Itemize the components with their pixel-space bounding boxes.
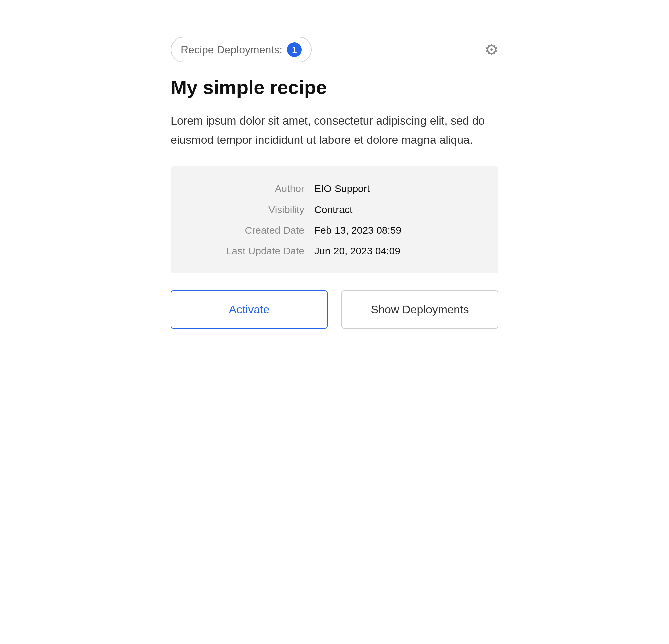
created-row: Created Date Feb 13, 2023 08:59 <box>191 225 478 236</box>
recipe-description: Lorem ipsum dolor sit amet, consectetur … <box>171 111 498 150</box>
show-deployments-button[interactable]: Show Deployments <box>341 290 498 329</box>
author-value: EIO Support <box>314 183 370 195</box>
deployments-label: Recipe Deployments: <box>181 43 282 56</box>
recipe-card: Recipe Deployments: 1 ⚙ My simple recipe… <box>151 20 518 346</box>
visibility-label: Visibility <box>191 204 304 215</box>
author-label: Author <box>191 183 304 195</box>
activate-button[interactable]: Activate <box>171 290 328 329</box>
updated-label: Last Update Date <box>191 246 304 257</box>
visibility-value: Contract <box>314 204 352 215</box>
deployments-count: 1 <box>287 42 302 57</box>
header-row: Recipe Deployments: 1 ⚙ <box>171 37 498 62</box>
buttons-row: Activate Show Deployments <box>171 290 498 329</box>
deployments-badge: Recipe Deployments: 1 <box>171 37 312 62</box>
updated-value: Jun 20, 2023 04:09 <box>314 246 400 257</box>
recipe-title: My simple recipe <box>171 76 498 99</box>
gear-icon[interactable]: ⚙ <box>485 42 498 57</box>
created-value: Feb 13, 2023 08:59 <box>314 225 401 236</box>
created-label: Created Date <box>191 225 304 236</box>
visibility-row: Visibility Contract <box>191 204 478 215</box>
updated-row: Last Update Date Jun 20, 2023 04:09 <box>191 246 478 257</box>
info-panel: Author EIO Support Visibility Contract C… <box>171 166 498 274</box>
author-row: Author EIO Support <box>191 183 478 195</box>
